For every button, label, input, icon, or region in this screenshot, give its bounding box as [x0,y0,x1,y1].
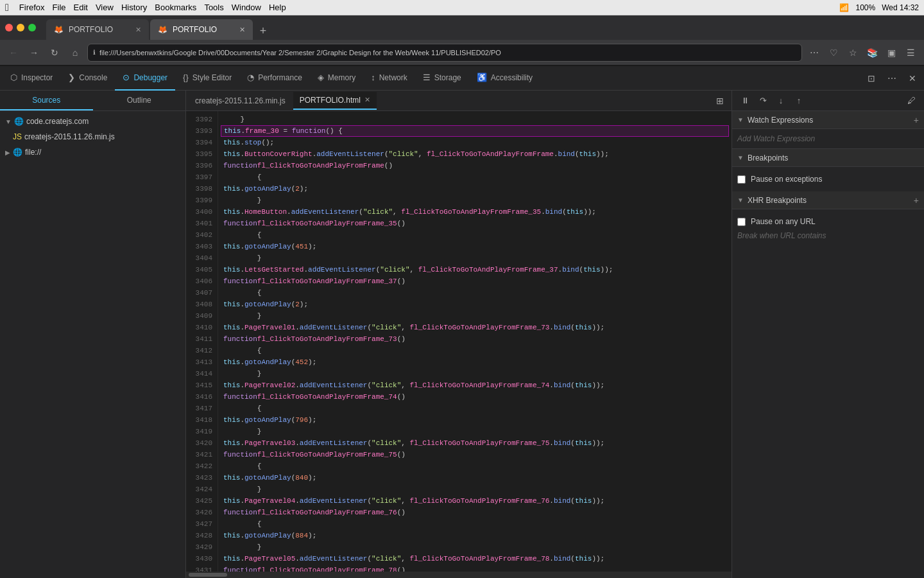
menu-tools[interactable]: Tools [204,3,223,12]
menu-edit[interactable]: Edit [74,3,88,12]
library-button[interactable]: 📚 [864,44,880,61]
bookmark-button[interactable]: ♡ [825,44,842,61]
code-line[interactable]: function fl_ClickToGoToAndPlayFromFrame_… [223,507,726,518]
code-line[interactable]: } [223,484,726,495]
code-line[interactable]: } [223,541,726,553]
tab-accessibility[interactable]: ♿ Accessibility [469,66,540,91]
star-button[interactable]: ☆ [844,44,861,61]
tree-item-file-domain[interactable]: ▶ 🌐 file:// [0,144,185,160]
close-devtools-button[interactable]: ✕ [903,69,921,87]
horizontal-scrollbar[interactable] [186,572,732,578]
home-button[interactable]: ⌂ [67,44,83,61]
code-line[interactable]: this.PageTravel01.addEventListener("clic… [223,322,726,333]
code-content[interactable]: } this.frame_30 = function() { this.stop… [218,111,732,572]
code-tab-close[interactable]: ✕ [364,96,370,104]
tab-storage[interactable]: ☰ Storage [415,66,469,91]
menu-view[interactable]: View [96,3,114,12]
reload-button[interactable]: ↻ [46,44,63,61]
code-line[interactable]: this.gotoAndPlay(2); [223,183,726,195]
url-bar[interactable]: ℹ file:///Users/benwxtkins/Google Drive/… [87,44,802,62]
code-line[interactable]: { [223,518,726,530]
breakpoints-header[interactable]: ▼ Breakpoints [732,149,924,167]
code-line[interactable]: this.PageTravel03.addEventListener("clic… [223,437,726,449]
code-line[interactable]: this.gotoAndPlay(884); [223,530,726,541]
xhr-breakpoints-header[interactable]: ▼ XHR Breakpoints + [732,191,924,209]
pause-on-any-url-checkbox[interactable] [737,218,746,226]
more-tools-button[interactable]: ⋯ [883,69,901,87]
menu-firefox[interactable]: Firefox [19,3,45,12]
tab-performance[interactable]: ◔ Performance [239,66,310,91]
add-xhr-breakpoint-button[interactable]: + [914,195,919,206]
step-out-button[interactable]: ↑ [791,93,807,109]
pretty-print-button[interactable]: 🖊 [903,93,919,109]
maximize-button[interactable] [28,24,36,31]
code-line[interactable]: function fl_ClickToGoToAndPlayFromFrame(… [223,160,726,171]
sources-tab-sources[interactable]: Sources [0,91,93,110]
pause-button[interactable]: ⏸ [737,93,753,109]
menu-file[interactable]: File [53,3,66,12]
code-line[interactable]: } [223,368,726,380]
code-line[interactable]: this.gotoAndPlay(840); [223,472,726,484]
code-line[interactable]: this.LetsGetStarted.addEventListener("cl… [223,264,726,276]
code-line[interactable]: { [223,171,726,183]
code-line[interactable]: this.HomeButton.addEventListener("click"… [223,206,726,218]
menu-history[interactable]: History [121,3,147,12]
code-line[interactable]: } [223,426,726,437]
code-line[interactable]: this.gotoAndPlay(2); [223,299,726,310]
apple-menu[interactable]:  [5,2,9,13]
add-watch-expression-input[interactable]: Add Watch Expression [737,132,919,146]
code-line[interactable]: this.frame_30 = function() { [221,125,729,137]
tab-debugger[interactable]: ⊙ Debugger [115,66,175,91]
step-over-button[interactable]: ↷ [755,93,771,109]
forward-button[interactable]: → [26,44,42,61]
pause-on-exceptions-row[interactable]: Pause on exceptions [737,172,919,186]
watch-expressions-header[interactable]: ▼ Watch Expressions + [732,111,924,129]
code-line[interactable]: { [223,345,726,356]
sources-tab-outline[interactable]: Outline [93,91,186,110]
code-line[interactable]: function fl_ClickToGoToAndPlayFromFrame_… [223,218,726,229]
code-line[interactable]: this.gotoAndPlay(451); [223,241,726,252]
add-watch-expression-button[interactable]: + [914,115,919,125]
code-line[interactable]: } [223,195,726,206]
code-line[interactable]: { [223,460,726,472]
menu-bookmarks[interactable]: Bookmarks [155,3,196,12]
pause-on-exceptions-checkbox[interactable] [737,175,746,184]
tab-2[interactable]: 🦊 PORTFOLIO ✕ [150,19,253,40]
code-line[interactable]: function fl_ClickToGoToAndPlayFromFrame_… [223,333,726,345]
code-line[interactable]: this.gotoAndPlay(796); [223,414,726,426]
break-when-url-contains[interactable]: Break when URL contains [737,229,919,243]
tab-1[interactable]: 🦊 PORTFOLIO ✕ [46,19,149,40]
close-button[interactable] [5,24,13,31]
pause-on-any-url-row[interactable]: Pause on any URL [737,215,919,229]
wrap-lines-button[interactable]: ⊞ [711,92,729,110]
sidebar-button[interactable]: ▣ [883,44,900,61]
code-line[interactable]: { [223,229,726,241]
minimize-button[interactable] [17,24,24,31]
back-button[interactable]: ← [5,44,22,61]
code-line[interactable]: { [223,287,726,299]
menu-window[interactable]: Window [232,3,261,12]
code-line[interactable]: this.stop(); [223,137,726,148]
tab-style-editor[interactable]: {} Style Editor [175,66,239,91]
new-tab-button[interactable]: + [254,22,272,40]
code-line[interactable]: } [223,310,726,322]
horizontal-scrollbar-thumb[interactable] [189,573,227,577]
code-line[interactable]: this.PageTravel05.addEventListener("clic… [223,553,726,565]
code-tab-createjs[interactable]: createjs-2015.11.26.min.js [189,92,292,110]
code-line[interactable]: { [223,403,726,414]
tab-memory[interactable]: ◈ Memory [310,66,363,91]
code-line[interactable]: function fl_ClickToGoToAndPlayFromFrame_… [223,449,726,460]
tab-console[interactable]: ❯ Console [60,66,115,91]
tree-item-createjs-domain[interactable]: ▼ 🌐 code.createjs.com [0,114,185,129]
responsive-mode-button[interactable]: ⊡ [862,69,880,87]
extensions-button[interactable]: ⋯ [806,44,823,61]
menu-button[interactable]: ☰ [902,44,919,61]
code-line[interactable]: } [223,114,726,125]
code-line[interactable]: function fl_ClickToGoToAndPlayFromFrame_… [223,276,726,287]
code-line[interactable]: } [223,252,726,264]
code-line[interactable]: this.ButtonCoverRight.addEventListener("… [223,148,726,160]
tab-1-close[interactable]: ✕ [135,26,141,34]
menu-help[interactable]: Help [269,3,286,12]
code-line[interactable]: function fl_ClickToGoToAndPlayFromFrame_… [223,391,726,403]
tree-item-createjs-js[interactable]: JS createjs-2015.11.26.min.js [0,129,185,144]
